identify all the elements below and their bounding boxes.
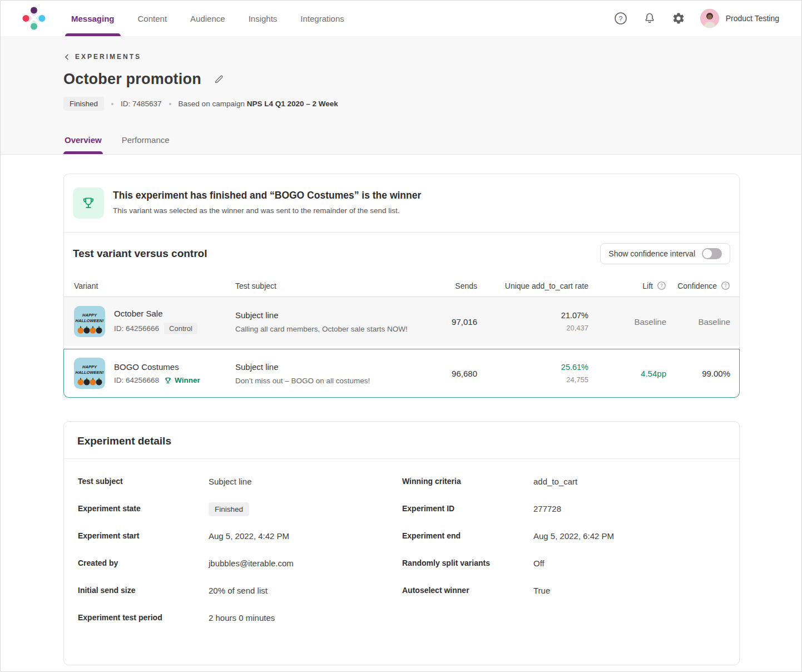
variant-row-winner[interactable]: HAPPY HALLOWEEN! BOGO Costumes ID: 64256 — [63, 349, 740, 398]
detail-value: Off — [533, 550, 739, 577]
tab-bar: Overview Performance — [63, 127, 801, 154]
winner-tag: Winner — [164, 376, 200, 384]
meta-separator-dot — [169, 103, 171, 105]
column-header-lift: Lift ? — [588, 281, 666, 290]
detail-value: jbubbles@iterable.com — [209, 550, 402, 577]
nav-item-audience[interactable]: Audience — [179, 1, 237, 36]
detail-label: Experiment ID — [402, 495, 533, 522]
breadcrumb-label: EXPERIMENTS — [75, 53, 141, 61]
nav-item-label: Integrations — [300, 14, 344, 23]
experiment-id-text: ID: 7485637 — [121, 100, 162, 108]
lift-help-icon[interactable]: ? — [657, 281, 666, 290]
experiment-details-card: Experiment details Test subject Subject … — [63, 421, 740, 665]
nav-item-messaging[interactable]: Messaging — [60, 1, 126, 36]
chevron-left-icon — [63, 53, 71, 61]
column-header-sends: Sends — [435, 281, 477, 290]
campaign-name: NPS L4 Q1 2020 – 2 Week — [247, 100, 338, 108]
column-header-lift-label: Lift — [642, 281, 653, 290]
avatar — [700, 9, 719, 28]
account-menu[interactable]: Product Testing — [700, 9, 779, 28]
nav-item-label: Messaging — [71, 14, 115, 23]
subject-label: Subject line — [235, 362, 435, 372]
confidence-help-icon[interactable]: ? — [721, 281, 730, 290]
comparison-card: This experiment has finished and “BOGO C… — [63, 174, 740, 398]
page-header: EXPERIMENTS October promotion Finished I… — [1, 36, 801, 155]
detail-label: Experiment start — [78, 522, 209, 550]
winner-tag-label: Winner — [175, 376, 200, 384]
details-grid: Test subject Subject line Winning criter… — [64, 459, 739, 665]
toggle-switch[interactable] — [702, 248, 722, 259]
subject-label: Subject line — [235, 310, 435, 320]
detail-label: Experiment state — [78, 495, 209, 522]
rate-value: 25.61% — [477, 363, 588, 372]
tab-label: Overview — [65, 135, 102, 145]
detail-label: Autoselect winner — [402, 577, 533, 604]
detail-value: True — [533, 577, 739, 604]
details-title: Experiment details — [64, 422, 739, 459]
rate-count: 24,755 — [477, 375, 588, 384]
campaign-prefix: Based on campaign — [179, 100, 247, 108]
variant-name: BOGO Costumes — [114, 362, 200, 372]
detail-value: Aug 5, 2022, 4:42 PM — [209, 522, 402, 550]
control-tag: Control — [164, 323, 197, 334]
detail-value: Aug 5, 2022, 6:42 PM — [533, 522, 739, 550]
detail-label: Experiment test period — [78, 604, 209, 631]
confidence-value: 99.00% — [666, 369, 730, 378]
tab-overview[interactable]: Overview — [63, 127, 103, 154]
edit-title-pencil-icon[interactable] — [214, 74, 225, 85]
winner-banner: This experiment has finished and “BOGO C… — [64, 174, 739, 233]
top-navigation: Messaging Content Audience Insights Inte… — [1, 1, 801, 36]
primary-nav: Messaging Content Audience Insights Inte… — [60, 1, 356, 36]
rate-value: 21.07% — [477, 311, 588, 320]
variant-thumbnail: HAPPY HALLOWEEN! — [74, 306, 105, 337]
account-name: Product Testing — [726, 14, 779, 23]
nav-item-integrations[interactable]: Integrations — [289, 1, 355, 36]
detail-label: Created by — [78, 550, 209, 577]
svg-text:?: ? — [618, 15, 622, 23]
tab-label: Performance — [122, 135, 170, 145]
svg-text:?: ? — [724, 283, 727, 288]
svg-text:HAPPY: HAPPY — [82, 364, 97, 369]
variant-id: ID: 64256666 — [114, 324, 159, 333]
svg-text:HALLOWEEN!: HALLOWEEN! — [76, 370, 104, 375]
detail-label: Initial send size — [78, 577, 209, 604]
variant-row-control[interactable]: HAPPY HALLOWEEN! October Sale ID: 642566 — [64, 297, 739, 346]
confidence-value: Baseline — [666, 317, 730, 327]
detail-value: add_to_cart — [533, 468, 739, 495]
status-badge: Finished — [63, 97, 104, 111]
subject-text: Calling all card members, October sale s… — [235, 325, 435, 333]
trophy-icon — [73, 187, 104, 219]
detail-value: 2 hours 0 minutes — [209, 604, 402, 631]
column-header-confidence-label: Confidence — [677, 281, 717, 290]
variant-id: ID: 64256668 — [114, 376, 159, 384]
lift-value: 4.54pp — [588, 369, 666, 378]
campaign-reference: Based on campaign NPS L4 Q1 2020 – 2 Wee… — [179, 100, 338, 108]
column-header-confidence: Confidence ? — [666, 281, 730, 290]
help-icon[interactable]: ? — [613, 11, 628, 26]
variant-name: October Sale — [114, 309, 197, 318]
toggle-knob — [703, 249, 712, 258]
notifications-bell-icon[interactable] — [642, 11, 657, 26]
tab-performance[interactable]: Performance — [121, 127, 171, 154]
detail-label: Experiment end — [402, 522, 533, 550]
meta-separator-dot — [111, 103, 113, 105]
column-header-variant: Variant — [74, 281, 235, 290]
iterable-logo-icon[interactable] — [22, 6, 46, 31]
toggle-label: Show confidence interval — [608, 249, 695, 258]
settings-gear-icon[interactable] — [671, 11, 686, 26]
svg-text:?: ? — [660, 283, 663, 288]
nav-item-content[interactable]: Content — [126, 1, 179, 36]
detail-value: Finished — [209, 495, 402, 522]
svg-text:HAPPY: HAPPY — [82, 313, 97, 318]
page-title: October promotion — [63, 71, 201, 88]
winner-trophy-icon — [164, 377, 172, 384]
breadcrumb[interactable]: EXPERIMENTS — [63, 53, 801, 61]
detail-label: Randomly split variants — [402, 550, 533, 577]
nav-item-insights[interactable]: Insights — [237, 1, 289, 36]
confidence-interval-toggle[interactable]: Show confidence interval — [600, 243, 730, 264]
detail-label: Test subject — [78, 468, 209, 495]
banner-title: This experiment has finished and “BOGO C… — [113, 190, 421, 201]
experiment-state-badge: Finished — [209, 502, 249, 516]
banner-subtitle: This variant was selected as the winner … — [113, 206, 421, 215]
detail-value: 277728 — [533, 495, 739, 522]
